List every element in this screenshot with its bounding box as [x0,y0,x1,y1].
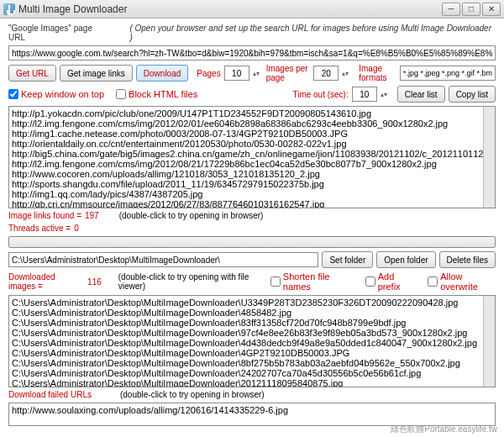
failed-label: Download failed URLs [8,390,92,399]
window-buttons: ─ □ ✕ [442,3,501,16]
image-formats-label: Image formats [359,64,396,82]
pages-label: Pages [197,69,220,78]
delete-files-button[interactable]: Delete files [439,251,496,268]
add-prefix-checkbox[interactable]: Add prefix [365,271,415,292]
links-found-label: Image links found = [8,211,81,220]
set-folder-button[interactable]: Set folder [322,251,373,268]
title-bar: Multi Image Downloader ─ □ ✕ [0,0,504,18]
threads-count: 0 [74,224,79,233]
images-per-page-input[interactable] [313,66,339,81]
downloaded-label: Downloaded images = [8,272,84,291]
keep-on-top-checkbox[interactable]: Keep window on top [8,89,104,99]
close-button[interactable]: ✕ [482,3,501,16]
app-icon [3,3,15,15]
maximize-button[interactable]: □ [462,3,480,16]
failed-list[interactable]: http://www.soulaxing.com/uploads/allimg/… [8,403,496,426]
copy-list-button[interactable]: Copy list [449,86,496,103]
pages-spinner-icon[interactable]: ▴▾ [253,70,260,77]
threads-label: Threads active = [8,224,71,233]
images-per-page-label: Images per page [266,64,311,82]
url-input[interactable] [8,45,496,61]
pages-input[interactable] [224,66,249,81]
timeout-input[interactable] [352,87,377,102]
image-formats-input[interactable] [400,66,496,81]
downloaded-list[interactable]: C:\Users\Administrator\Desktop\MultiImag… [8,295,496,387]
get-image-links-button[interactable]: Get image links [60,65,133,82]
url-label: "Google Images" page URL [8,24,111,42]
url-hint: ( Open your browser and set up the searc… [129,24,496,42]
open-folder-button[interactable]: Open folder [376,251,435,268]
downloaded-hint: (double-click to try opening with file v… [118,272,264,291]
clear-list-button[interactable]: Clear list [397,86,445,103]
links-scrollbar[interactable] [483,107,495,208]
block-html-checkbox[interactable]: Block HTML files [116,89,197,99]
allow-overwrite-checkbox[interactable]: Allow overwrite [428,271,496,292]
minimize-button[interactable]: ─ [442,3,460,16]
download-button[interactable]: Download [136,65,188,82]
downloaded-scrollbar[interactable] [483,296,495,387]
links-found-count: 197 [85,211,99,220]
image-links-list[interactable]: http://p1.yokacdn.com/pic/club/one/2009/… [8,106,496,208]
footer-watermark: 綠色軟體Portable.easylife.tw [391,424,497,435]
window-title: Multi Image Downloader [18,3,442,15]
shorten-filenames-checkbox[interactable]: Shorten file names [270,271,352,292]
failed-hint: (double-click to try opening in browser) [120,390,265,399]
links-found-hint: (double-click to try opening in browser) [119,211,264,220]
folder-path-input[interactable] [8,252,318,267]
ipp-spinner-icon[interactable]: ▴▾ [342,70,349,77]
timeout-label: Time out (sec): [292,90,348,99]
timeout-spinner-icon[interactable]: ▴▾ [381,91,387,98]
downloaded-count: 116 [87,277,102,287]
progress-bar [8,236,496,248]
get-url-button[interactable]: Get URL [8,65,56,82]
